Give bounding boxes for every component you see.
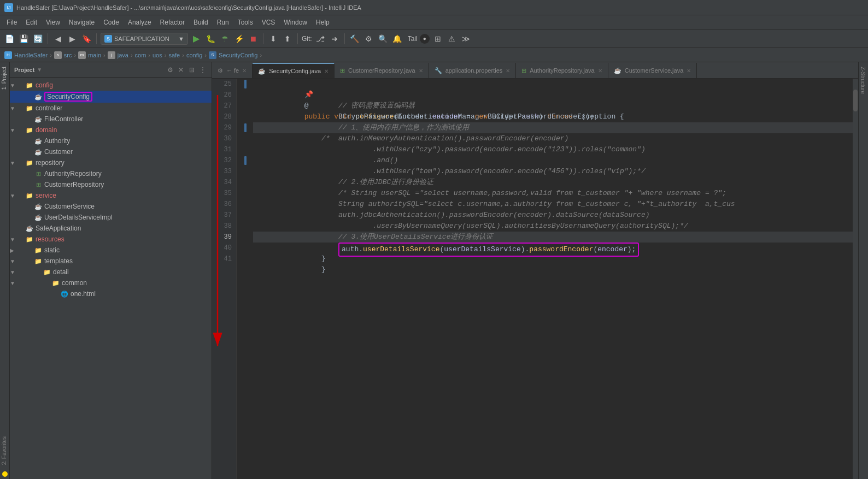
git-branch-btn[interactable]: ⎇ [314,33,326,45]
editor-content[interactable]: 25 26 27 28 29 30 31 32 33 34 35 36 37 3… [212,79,858,479]
menu-run[interactable]: Run [213,17,233,28]
menu-build[interactable]: Build [189,17,213,28]
menu-navigate[interactable]: Navigate [64,17,99,28]
tab-customerrepo[interactable]: ⊞ CustomerRepository.java ✕ [335,63,429,78]
breadcrumb-config[interactable]: config [186,52,202,58]
menu-view[interactable]: View [42,17,64,28]
customerrepo-tab-close[interactable]: ✕ [419,68,423,74]
line35-comment: String authoritySQL="select c.username,a… [338,200,735,208]
gutter-25 [237,79,248,90]
project-panel-label[interactable]: 1: Project [0,62,9,94]
breadcrumb-safe[interactable]: safe [168,52,180,58]
menu-code[interactable]: Code [99,17,124,28]
onehtml-icon: 🌐 [60,289,69,298]
authorityrepo-tab-close[interactable]: ✕ [598,68,602,74]
tab-appprops[interactable]: 🔧 application.properties ✕ [429,63,517,78]
appprops-tab-close[interactable]: ✕ [506,68,510,74]
settings-cog-btn[interactable]: ⚙ [166,66,174,74]
run-config-combo[interactable]: S SAFEAPPLICATION ▼ [101,33,188,45]
breadcrumb-main[interactable]: main [88,52,101,58]
gutter-29 [237,122,248,133]
more-options-btn[interactable]: ⋮ [198,66,207,74]
tab-securityconfig[interactable]: ☕ SecurityConfig.java ✕ [253,63,335,78]
customerservice-tab-close[interactable]: ✕ [687,68,691,74]
tree-item-customerrepo[interactable]: ⊞ CustomerRepository [10,179,212,190]
vertical-scrollbar-track[interactable] [853,79,858,479]
profile-btn[interactable]: ⚡ [233,33,245,45]
git-push-btn[interactable]: ⬆ [281,33,294,45]
git-push2-btn[interactable]: ➜ [329,33,341,45]
breadcrumb-java[interactable]: java [118,52,128,58]
tree-item-filecontroller[interactable]: ☕ FileController [10,114,212,125]
tree-item-authorityrepo[interactable]: ⊞ AuthorityRepository [10,168,212,179]
menu-edit[interactable]: Edit [21,17,42,28]
breadcrumb-handleSafer[interactable]: HandleSafer [14,52,48,58]
git-update-btn[interactable]: ⬇ [267,33,279,45]
tree-item-customer[interactable]: ☕ Customer [10,146,212,157]
favorites-label[interactable]: 2: Favorites [0,432,9,469]
stop-btn[interactable]: ⏹ [247,33,259,45]
bookmark-btn[interactable]: 🔖 [80,33,92,45]
coverage-btn[interactable]: ☂ [219,33,231,45]
tree-item-resources[interactable]: ▼ 📁 resources [10,234,212,245]
tree-item-static[interactable]: ▶ 📁 static [10,245,212,256]
tree-item-common[interactable]: ▼ 📁 common [10,277,212,288]
structure-label[interactable]: Z-Structure [859,62,867,98]
menu-vcs[interactable]: VCS [257,17,280,28]
more-btn[interactable]: ≫ [460,33,472,45]
breadcrumb-uos[interactable]: uos [153,52,162,58]
breadcrumb-securityconfig[interactable]: SecurityConfig [219,52,258,58]
tab-fe[interactable]: ⚙ ← fe ✕ [212,63,253,78]
line37-comment: .usersByUsernameQuery(userSQL).authoriti… [372,222,688,230]
search-everywhere-btn[interactable]: 🔍 [377,33,389,45]
save-btn[interactable]: 💾 [17,33,30,45]
tree-item-authority[interactable]: ☕ Authority [10,135,212,146]
menu-refactor[interactable]: Refactor [156,17,189,28]
line30-comment: .withUser("czy").password(encoder.encode… [372,145,645,153]
tree-item-domain[interactable]: ▼ 📁 domain [10,125,212,135]
vertical-scrollbar-thumb[interactable] [853,90,858,111]
layout-btn[interactable]: ⊞ [432,33,444,45]
tree-item-userdetails[interactable]: ☕ UserDetailsServiceImpl [10,212,212,223]
back-btn[interactable]: ◀ [52,33,64,45]
customerrepo-icon: ⊞ [34,180,43,189]
fe-tab-close[interactable]: ✕ [242,68,247,74]
tail-btn[interactable]: ● [420,34,430,44]
securityconfig-tab-close[interactable]: ✕ [324,68,329,74]
problems-btn[interactable]: ⚠ [446,33,458,45]
tree-item-config[interactable]: ▼ 📁 config [10,80,212,91]
notifications-btn[interactable]: 🔔 [391,33,403,45]
code-area[interactable]: 📌 @ public void configure(Authentication… [248,79,858,479]
run-btn[interactable]: ▶ [190,33,202,45]
forward-btn[interactable]: ▶ [66,33,78,45]
common-folder-icon: 📁 [51,279,60,287]
tree-item-safeapp[interactable]: ☕ SafeApplication [10,223,212,234]
tree-item-onehtml[interactable]: 🌐 one.html [10,288,212,299]
tab-authorityrepo[interactable]: ⊞ AuthorityRepository.java ✕ [516,63,608,78]
tree-item-controller[interactable]: ▼ 📁 controller [10,103,212,114]
settings-btn[interactable]: ⚙ [363,33,375,45]
tab-customerservice[interactable]: ☕ CustomerService.java ✕ [608,63,697,78]
menu-file[interactable]: File [2,17,21,28]
new-file-btn[interactable]: 📄 [3,33,15,45]
sync-btn[interactable]: 🔄 [32,33,44,45]
controller-arrow: ▼ [10,105,16,111]
tree-item-detail[interactable]: ▼ 📁 detail [10,267,212,277]
expand-panel-btn[interactable]: ⊟ [187,66,196,74]
build-btn[interactable]: 🔨 [349,33,361,45]
breadcrumb-com[interactable]: com [135,52,146,58]
line27-eq: = [462,113,474,121]
tree-item-customerservice[interactable]: ☕ CustomerService [10,201,212,212]
debug-btn[interactable]: 🐛 [204,33,216,45]
breadcrumb-src[interactable]: src [64,52,72,58]
tree-item-repository[interactable]: ▼ 📁 repository [10,157,212,168]
menu-help[interactable]: Help [312,17,334,28]
menu-analyze[interactable]: Analyze [124,17,156,28]
menu-window[interactable]: Window [279,17,312,28]
gutter-36 [237,199,248,210]
tree-item-service[interactable]: ▼ 📁 service [10,190,212,201]
close-panel-btn[interactable]: ✕ [177,66,185,74]
tree-item-securityconfig[interactable]: ☕ SecurityConfig [10,91,212,103]
tree-item-templates[interactable]: ▼ 📁 templates [10,256,212,267]
menu-tools[interactable]: Tools [233,17,257,28]
